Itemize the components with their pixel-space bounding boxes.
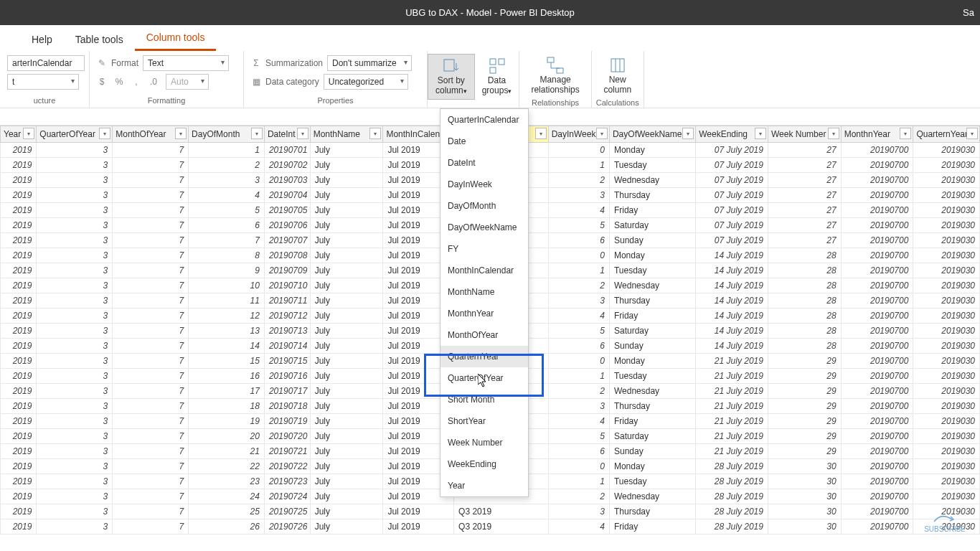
table-cell[interactable]: 16 (189, 369, 265, 384)
table-cell[interactable]: 14 July 2019 (696, 339, 768, 354)
table-cell[interactable]: 2019 (1, 384, 37, 399)
column-header[interactable]: DayOfMonth▾ (189, 126, 265, 143)
table-cell[interactable]: 6 (548, 339, 609, 354)
table-cell[interactable]: 14 July 2019 (696, 248, 768, 263)
table-cell[interactable]: 2019 (1, 519, 37, 534)
table-cell[interactable]: 20190700 (841, 278, 913, 293)
dropdown-item[interactable]: Short Month (440, 389, 528, 410)
table-cell[interactable]: 21 July 2019 (696, 414, 768, 429)
column-header[interactable]: MonthnYear▾ (841, 126, 913, 143)
table-cell[interactable]: 30 (768, 474, 841, 489)
dropdown-item[interactable]: MonthName (440, 281, 528, 303)
table-cell[interactable]: 2019 (1, 293, 37, 309)
table-cell[interactable]: 3 (37, 173, 113, 188)
table-row[interactable]: 2019372620190726JulyJul 2019Q3 20194Frid… (1, 519, 980, 534)
table-cell[interactable]: 3 (37, 414, 113, 429)
table-row[interactable]: 2019372520190725JulyJul 2019Q3 20193Thur… (1, 504, 980, 519)
table-cell[interactable]: 29 (768, 429, 841, 444)
table-cell[interactable]: 20190707 (264, 233, 310, 248)
table-cell[interactable]: 3 (37, 143, 113, 158)
table-cell[interactable]: 14 July 2019 (696, 293, 768, 309)
table-cell[interactable]: July (310, 459, 383, 474)
table-cell[interactable]: 2019030 (913, 263, 980, 278)
table-cell[interactable]: Q3 2019 (454, 504, 549, 519)
menu-help[interactable]: Help (20, 28, 64, 51)
decimals-input[interactable] (166, 74, 209, 90)
table-cell[interactable]: 6 (548, 444, 609, 459)
table-cell[interactable]: 21 July 2019 (696, 429, 768, 444)
table-cell[interactable]: 20190719 (264, 414, 310, 429)
table-cell[interactable]: Sunday (609, 233, 695, 248)
table-cell[interactable]: 7 (113, 339, 189, 354)
filter-icon[interactable]: ▾ (99, 128, 110, 139)
table-cell[interactable]: 28 (768, 324, 841, 339)
table-cell[interactable]: 9 (189, 263, 265, 278)
table-cell[interactable]: 29 (768, 369, 841, 384)
table-cell[interactable]: 1 (548, 263, 609, 278)
table-cell[interactable]: July (310, 293, 383, 309)
table-cell[interactable]: 20190700 (841, 474, 913, 489)
filter-icon[interactable]: ▾ (682, 128, 694, 139)
table-cell[interactable]: 3 (37, 309, 113, 324)
filter-icon[interactable]: ▾ (251, 128, 263, 139)
table-cell[interactable]: 3 (548, 188, 609, 203)
filter-icon[interactable]: ▾ (900, 128, 911, 139)
table-cell[interactable]: 14 July 2019 (696, 278, 768, 293)
table-cell[interactable]: 20190700 (841, 143, 913, 158)
table-cell[interactable]: 20190721 (264, 444, 310, 459)
table-cell[interactable]: 3 (37, 444, 113, 459)
table-cell[interactable]: 20190724 (264, 489, 310, 504)
table-cell[interactable]: 3 (37, 489, 113, 504)
table-cell[interactable]: 3 (37, 519, 113, 534)
table-cell[interactable]: 20190700 (841, 444, 913, 459)
table-cell[interactable]: July (310, 203, 383, 218)
table-cell[interactable]: 20190723 (264, 474, 310, 489)
table-cell[interactable]: 14 (189, 339, 265, 354)
table-cell[interactable]: July (310, 233, 383, 248)
table-cell[interactable]: Thursday (609, 504, 695, 519)
table-cell[interactable]: 1 (548, 474, 609, 489)
table-cell[interactable]: 21 July 2019 (696, 444, 768, 459)
table-cell[interactable]: 7 (113, 369, 189, 384)
table-cell[interactable]: 29 (768, 354, 841, 369)
table-cell[interactable]: 20190700 (841, 173, 913, 188)
table-cell[interactable]: 6 (189, 218, 265, 233)
table-cell[interactable]: 28 July 2019 (696, 474, 768, 489)
table-cell[interactable]: 2019 (1, 414, 37, 429)
table-cell[interactable]: 2 (548, 278, 609, 293)
table-cell[interactable]: 2 (548, 384, 609, 399)
table-cell[interactable]: 2019 (1, 278, 37, 293)
filter-icon[interactable]: ▾ (23, 128, 34, 139)
table-cell[interactable]: 2019 (1, 248, 37, 263)
table-cell[interactable]: 07 July 2019 (696, 188, 768, 203)
table-cell[interactable]: 27 (768, 188, 841, 203)
table-cell[interactable]: 15 (189, 354, 265, 369)
table-cell[interactable]: 3 (37, 429, 113, 444)
table-cell[interactable]: 3 (37, 399, 113, 414)
new-column-button[interactable]: New column (596, 54, 639, 98)
dropdown-item[interactable]: MonthInCalendar (440, 260, 528, 281)
table-cell[interactable]: July (310, 248, 383, 263)
table-cell[interactable]: 20190700 (841, 489, 913, 504)
table-cell[interactable]: 14 July 2019 (696, 309, 768, 324)
table-cell[interactable]: 3 (37, 248, 113, 263)
table-cell[interactable]: July (310, 384, 383, 399)
table-cell[interactable]: 7 (113, 263, 189, 278)
table-cell[interactable]: 7 (113, 188, 189, 203)
table-cell[interactable]: 18 (189, 399, 265, 414)
dropdown-item[interactable]: Date (440, 131, 528, 152)
table-cell[interactable]: 20190701 (264, 143, 310, 158)
table-cell[interactable]: 3 (37, 278, 113, 293)
table-cell[interactable]: Jul 2019 (383, 519, 454, 534)
column-header[interactable]: QuarterOfYear▾ (37, 126, 113, 143)
table-cell[interactable]: 7 (113, 489, 189, 504)
table-cell[interactable]: 3 (37, 188, 113, 203)
data-groups-button[interactable]: Data groups▾ (475, 54, 519, 100)
table-cell[interactable]: 20190725 (264, 504, 310, 519)
table-cell[interactable]: 25 (189, 504, 265, 519)
table-cell[interactable]: 3 (37, 233, 113, 248)
table-cell[interactable]: 26 (189, 519, 265, 534)
column-header[interactable]: WeekEnding▾ (696, 126, 768, 143)
table-cell[interactable]: July (310, 474, 383, 489)
dropdown-item[interactable]: MonthnYear (440, 303, 528, 324)
